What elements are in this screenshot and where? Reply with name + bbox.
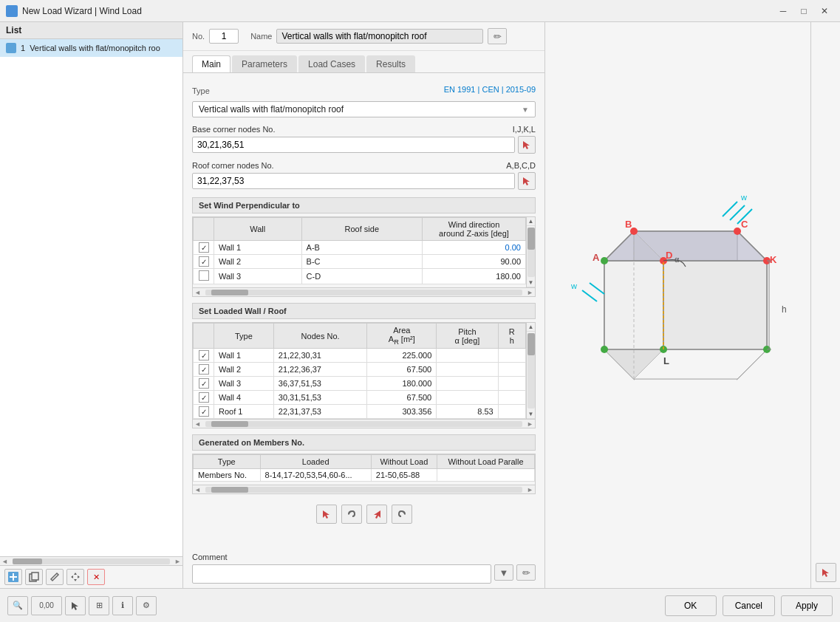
comment-input-row: ▼ ✏ (192, 564, 536, 584)
undo-button-2[interactable] (392, 505, 412, 524)
loaded-row4-check[interactable] (194, 391, 214, 405)
undo-button-1[interactable] (341, 505, 362, 524)
tab-parameters[interactable]: Parameters (232, 55, 297, 72)
roof-corner-input[interactable] (192, 173, 515, 189)
tab-load-cases[interactable]: Load Cases (298, 55, 365, 72)
generated-section: Generated on Members No. Type Loaded W (192, 434, 536, 494)
type-dropdown[interactable]: Vertical walls with flat/monopitch roof … (192, 101, 536, 117)
loaded-row5-rh (498, 405, 525, 419)
base-corner-cursor-button[interactable] (518, 136, 536, 154)
loaded-scroll-thumb[interactable] (211, 421, 248, 427)
delete-item-button[interactable]: ✕ (87, 569, 105, 585)
diagram-buttons (810, 22, 840, 588)
wind-scroll-thumb[interactable] (211, 290, 248, 295)
wind-vertical-scrollbar[interactable]: ▲ ▼ (526, 217, 535, 287)
header-row: No. Name ✏ (183, 22, 544, 51)
comment-dropdown-btn[interactable]: ▼ (494, 564, 513, 581)
wind-row1-check[interactable] (194, 241, 214, 255)
move-item-button[interactable] (66, 569, 84, 585)
left-panel: List 1 Vertical walls with flat/monopitc… (0, 22, 183, 588)
wind-col-dir: Wind directionaround Z-axis [deg] (423, 218, 526, 241)
base-corner-input[interactable] (192, 137, 515, 153)
no-input[interactable] (209, 29, 239, 44)
loaded-section-title: Set Loaded Wall / Roof (192, 303, 536, 319)
name-label: Name (250, 32, 272, 41)
roof-corner-section: Roof corner nodes No. A,B,C,D (192, 161, 536, 190)
zero-btn[interactable]: 0,00 (31, 596, 62, 615)
grid-bottom-btn[interactable]: ⊞ (89, 596, 109, 615)
wind-row2-check[interactable] (194, 255, 214, 269)
table-row: Wall 1 21,22,30,31 225.000 (194, 349, 526, 363)
roof-corner-label: Roof corner nodes No. (192, 161, 274, 170)
name-input[interactable] (276, 29, 483, 44)
dropdown-arrow-icon: ▼ (522, 106, 529, 114)
loaded-row5-area: 303.356 (367, 405, 437, 419)
loaded-row5-check[interactable] (194, 405, 214, 419)
edit-name-button[interactable]: ✏ (488, 28, 507, 44)
wind-row3-check[interactable] (194, 269, 214, 284)
comment-section: Comment ▼ ✏ (183, 548, 544, 588)
wind-row3-roof: C-D (301, 269, 422, 284)
add-item-button[interactable] (4, 569, 22, 585)
loaded-row3-check[interactable] (194, 377, 214, 391)
diagram-btn-1[interactable] (816, 563, 836, 582)
loaded-row2-type: Wall 2 (214, 363, 274, 377)
apply-button[interactable]: Apply (781, 595, 833, 616)
loaded-row2-check[interactable] (194, 363, 214, 377)
scrollbar-thumb[interactable] (13, 558, 42, 564)
loaded-col-type: Type (214, 324, 274, 349)
label-alpha: α (675, 255, 680, 264)
loaded-table: Type Nodes No. AreaAR [m²] Pitchα [deg] … (193, 323, 526, 419)
wind-row2-dir: 90.00 (423, 255, 526, 269)
tab-main[interactable]: Main (192, 55, 231, 72)
label-c: C (741, 219, 748, 230)
generated-scroll-thumb[interactable] (211, 487, 248, 493)
loaded-col-check (194, 324, 214, 349)
roof-corner-input-row (192, 172, 536, 190)
loaded-row1-nodes: 21,22,30,31 (273, 349, 367, 363)
info-bottom-btn[interactable]: ℹ (112, 596, 133, 615)
base-corner-section: Base corner nodes No. I,J,K,L (192, 125, 536, 154)
wind-table-scroll[interactable]: Wall Roof side Wind directionaround Z-ax… (193, 217, 526, 287)
wind-row2-wall: Wall 2 (214, 255, 302, 269)
label-l: L (663, 355, 669, 366)
wind-row1-dir: 0.00 (423, 241, 526, 255)
svg-marker-14 (604, 231, 767, 261)
generated-table-scroll[interactable]: Type Loaded Without Load Without Load Pa… (193, 454, 535, 485)
cursor-bottom-btn[interactable] (65, 596, 86, 615)
comment-input[interactable] (192, 564, 491, 584)
list-scroll-area: 1 Vertical walls with flat/monopitch roo (0, 39, 182, 556)
roof-corner-cursor-button[interactable] (518, 172, 536, 190)
copy-item-button[interactable] (25, 569, 43, 585)
gen-row1-without: 21-50,65-88 (371, 469, 437, 482)
settings-bottom-btn[interactable]: ⚙ (136, 596, 157, 615)
loaded-row1-check[interactable] (194, 349, 214, 363)
ok-button[interactable]: OK (665, 595, 717, 616)
loaded-table-wrapper: Type Nodes No. AreaAR [m²] Pitchα [deg] … (192, 322, 536, 428)
left-panel-scrollbar[interactable]: ◄ ► (0, 556, 182, 565)
list-item-label: Vertical walls with flat/monopitch roo (30, 44, 160, 52)
list-item-icon (6, 43, 16, 53)
search-bottom-btn[interactable]: 🔍 (7, 596, 28, 615)
cursor-action-button-1[interactable] (316, 505, 337, 524)
title-bar-text: New Load Wizard | Wind Load (22, 6, 769, 16)
rename-item-button[interactable] (46, 569, 64, 585)
generated-scroll-track (205, 487, 522, 493)
list-item[interactable]: 1 Vertical walls with flat/monopitch roo (0, 39, 182, 57)
wind-scroll-x[interactable]: ◄ ► (193, 287, 535, 296)
close-button[interactable]: ✕ (815, 3, 834, 19)
loaded-table-scroll[interactable]: Type Nodes No. AreaAR [m²] Pitchα [deg] … (193, 323, 526, 419)
tab-results[interactable]: Results (366, 55, 415, 72)
loaded-vertical-scrollbar[interactable]: ▲ ▼ (526, 323, 535, 419)
bottom-right: OK Cancel Apply (665, 595, 833, 616)
title-bar: New Load Wizard | Wind Load ─ □ ✕ (0, 0, 840, 22)
loaded-row4-nodes: 30,31,51,53 (273, 391, 367, 405)
maximize-button[interactable]: □ (794, 3, 813, 19)
comment-action-btn[interactable]: ✏ (516, 564, 536, 581)
loaded-scroll-x[interactable]: ◄ ► (193, 419, 535, 428)
cursor-action-button-2[interactable] (366, 505, 387, 524)
no-field-group: No. (192, 29, 239, 44)
cancel-button[interactable]: Cancel (723, 595, 775, 616)
minimize-button[interactable]: ─ (774, 3, 793, 19)
generated-scroll-x[interactable]: ◄ ► (193, 485, 535, 493)
